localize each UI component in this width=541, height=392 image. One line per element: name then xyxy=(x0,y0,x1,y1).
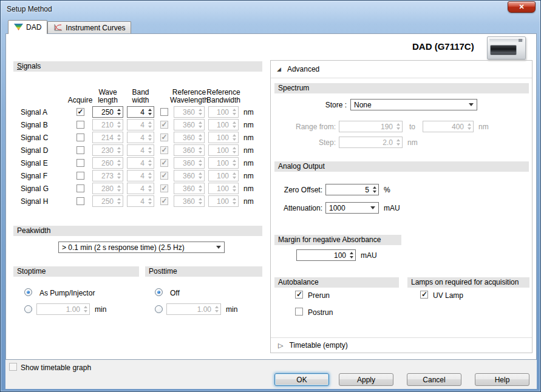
bandwidth-spinner-arrows[interactable] xyxy=(147,109,154,115)
reference-wavelength-spinner[interactable]: 360 xyxy=(174,183,205,194)
spinner-down-icon[interactable] xyxy=(396,143,400,146)
reference-checkbox[interactable] xyxy=(160,159,168,167)
spinner-up-icon[interactable] xyxy=(84,306,87,308)
range-from-spinner[interactable]: 190 xyxy=(339,121,403,132)
spinner-up-icon[interactable] xyxy=(117,147,121,149)
bandwidth-spinner-arrows[interactable] xyxy=(147,185,154,192)
bandwidth-spinner-arrows[interactable] xyxy=(147,198,154,204)
spinner-down-icon[interactable] xyxy=(468,127,471,130)
spinner-down-icon[interactable] xyxy=(117,113,121,115)
spinner-up-icon[interactable] xyxy=(396,123,400,126)
spinner-up-icon[interactable] xyxy=(148,134,152,137)
reference-wavelength-spinner[interactable]: 360 xyxy=(174,144,205,156)
bandwidth-spinner-arrows[interactable] xyxy=(147,134,154,141)
reference-wavelength-spinner-arrows[interactable] xyxy=(197,134,204,141)
reference-wavelength-spinner-arrows[interactable] xyxy=(197,185,204,192)
spinner-up-icon[interactable] xyxy=(148,109,152,111)
reference-checkbox[interactable] xyxy=(160,121,168,129)
range-to-arrows[interactable] xyxy=(466,123,473,130)
bandwidth-spinner[interactable]: 4 xyxy=(127,183,154,194)
spinner-up-icon[interactable] xyxy=(148,121,152,124)
ok-button[interactable]: OK xyxy=(274,373,329,386)
spinner-up-icon[interactable] xyxy=(233,160,236,162)
step-spinner[interactable]: 2.0 xyxy=(339,137,403,148)
spinner-down-icon[interactable] xyxy=(199,151,202,154)
acquire-checkbox[interactable] xyxy=(77,121,84,129)
acquire-checkbox[interactable] xyxy=(77,159,84,167)
range-from-arrows[interactable] xyxy=(395,123,402,130)
postrun-checkbox[interactable] xyxy=(295,308,303,316)
reference-checkbox[interactable] xyxy=(160,197,168,205)
wavelength-spinner[interactable]: 250 xyxy=(92,195,123,207)
spinner-up-icon[interactable] xyxy=(468,123,471,126)
show-timetable-graph-checkbox[interactable] xyxy=(9,363,17,371)
spinner-down-icon[interactable] xyxy=(117,177,121,179)
posttime-spinner-arrows[interactable] xyxy=(214,306,220,313)
spinner-up-icon[interactable] xyxy=(233,121,236,124)
reference-bandwidth-spinner[interactable]: 100 xyxy=(208,170,239,181)
apply-button[interactable]: Apply xyxy=(339,373,393,386)
spinner-up-icon[interactable] xyxy=(117,185,121,188)
reference-checkbox[interactable] xyxy=(160,172,168,180)
spinner-down-icon[interactable] xyxy=(148,138,152,141)
reference-wavelength-spinner[interactable]: 360 xyxy=(174,195,205,207)
wavelength-spinner[interactable]: 260 xyxy=(92,157,123,169)
bandwidth-spinner[interactable]: 4 xyxy=(127,144,154,156)
spinner-up-icon[interactable] xyxy=(117,121,121,124)
reference-bandwidth-spinner[interactable]: 100 xyxy=(208,119,239,130)
spinner-up-icon[interactable] xyxy=(148,185,152,188)
spinner-down-icon[interactable] xyxy=(199,113,202,115)
prerun-checkbox[interactable] xyxy=(295,291,303,299)
spinner-up-icon[interactable] xyxy=(233,172,236,175)
zero-offset-arrows[interactable] xyxy=(372,186,378,193)
bandwidth-spinner-arrows[interactable] xyxy=(147,147,154,154)
reference-bandwidth-spinner-arrows[interactable] xyxy=(231,134,238,141)
bandwidth-spinner-arrows[interactable] xyxy=(147,172,154,179)
reference-wavelength-spinner-arrows[interactable] xyxy=(197,147,204,154)
acquire-checkbox[interactable] xyxy=(77,108,84,116)
wavelength-spinner-arrows[interactable] xyxy=(116,185,123,192)
stoptime-value-spinner[interactable]: 1.00 xyxy=(36,303,90,315)
spinner-down-icon[interactable] xyxy=(117,189,121,192)
spinner-down-icon[interactable] xyxy=(373,191,376,193)
spinner-up-icon[interactable] xyxy=(199,121,202,124)
reference-bandwidth-spinner[interactable]: 100 xyxy=(208,144,239,156)
reference-wavelength-spinner[interactable]: 360 xyxy=(174,119,205,130)
reference-wavelength-spinner[interactable]: 360 xyxy=(174,132,205,143)
reference-checkbox[interactable] xyxy=(160,108,168,116)
tab-instrument-curves[interactable]: Instrument Curves xyxy=(47,21,131,33)
wavelength-spinner[interactable]: 273 xyxy=(92,170,123,181)
store-dropdown[interactable]: None xyxy=(350,99,477,110)
spinner-down-icon[interactable] xyxy=(233,151,236,154)
spinner-up-icon[interactable] xyxy=(199,147,202,149)
cancel-button[interactable]: Cancel xyxy=(407,373,461,386)
reference-bandwidth-spinner[interactable]: 100 xyxy=(208,106,239,118)
zero-offset-spinner[interactable]: 5 xyxy=(325,184,379,195)
spinner-down-icon[interactable] xyxy=(215,310,219,313)
spinner-up-icon[interactable] xyxy=(199,109,202,111)
spinner-up-icon[interactable] xyxy=(373,186,376,189)
spinner-up-icon[interactable] xyxy=(148,160,152,162)
spinner-down-icon[interactable] xyxy=(148,126,152,128)
spinner-up-icon[interactable] xyxy=(199,160,202,162)
bandwidth-spinner-arrows[interactable] xyxy=(147,160,154,166)
spinner-up-icon[interactable] xyxy=(148,172,152,175)
spinner-down-icon[interactable] xyxy=(148,189,152,192)
wavelength-spinner[interactable]: 230 xyxy=(92,144,123,156)
spinner-down-icon[interactable] xyxy=(199,138,202,141)
spinner-down-icon[interactable] xyxy=(350,256,353,259)
posttime-off-radio[interactable] xyxy=(155,288,163,296)
bandwidth-spinner[interactable]: 4 xyxy=(127,106,154,118)
reference-wavelength-spinner-arrows[interactable] xyxy=(197,121,204,128)
spinner-up-icon[interactable] xyxy=(148,198,152,200)
spinner-down-icon[interactable] xyxy=(117,151,121,154)
spinner-down-icon[interactable] xyxy=(233,164,236,166)
stoptime-spinner-arrows[interactable] xyxy=(83,306,89,313)
reference-bandwidth-spinner-arrows[interactable] xyxy=(231,172,238,179)
acquire-checkbox[interactable] xyxy=(77,133,84,141)
timetable-expander[interactable]: ▷ Timetable (empty) xyxy=(271,337,532,353)
spinner-up-icon[interactable] xyxy=(215,306,219,308)
spinner-down-icon[interactable] xyxy=(148,177,152,179)
stoptime-custom-radio[interactable] xyxy=(24,305,32,313)
wavelength-spinner[interactable]: 250 xyxy=(92,106,123,118)
